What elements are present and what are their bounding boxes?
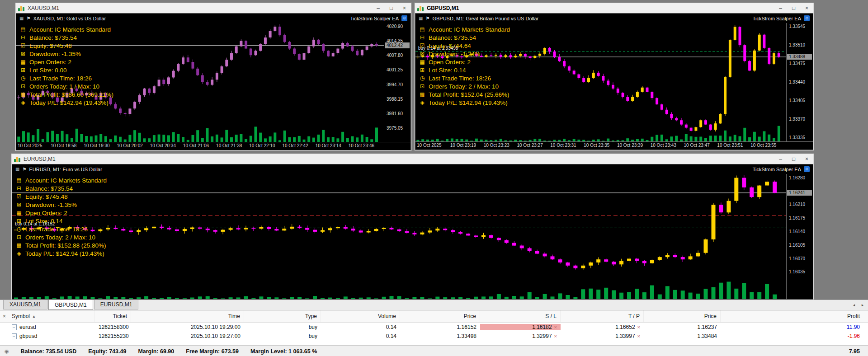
column-header-price-current[interactable]: Price (644, 310, 721, 322)
position-icon (12, 324, 17, 330)
minimize-button[interactable]: – (372, 3, 385, 13)
time-axis-label: 10 Oct 23:14 (316, 143, 341, 148)
last-trade-time-icon: ◷ (16, 226, 22, 232)
close-button[interactable]: × (800, 3, 813, 13)
price-axis-label: 1.33475 (789, 61, 805, 66)
position-row-eurusd[interactable]: eurusd 1262158300 2025.10.10 19:29:00 bu… (0, 323, 868, 332)
status-equity: Equity: 743.49 (88, 348, 126, 355)
price-axis[interactable]: 1.162801.162101.161751.161401.161051.160… (786, 174, 813, 299)
time-axis-label: 10 Oct 19:30 (84, 143, 109, 148)
ea-name-label: TickStrom Scalper EA (753, 16, 801, 21)
ea-info-panel: ▤Account: IC Markets Standard⊟Balance: $… (16, 176, 107, 258)
time-axis-label: 10 Oct 23:55 (750, 143, 776, 148)
column-header-type[interactable]: Type (244, 310, 321, 322)
column-header-sl[interactable]: S / L (480, 310, 561, 322)
chart-symbol-label: EURUSD, M1: Euro vs US Dollar (29, 167, 102, 172)
minimize-button[interactable]: – (774, 3, 787, 13)
ea-info-line: ⊠Drawdown: -1.35% (16, 201, 107, 209)
ea-info-text: Total Profit: $152.88 (25.80%) (25, 242, 106, 249)
column-header-volume[interactable]: Volume (321, 310, 400, 322)
ea-info-text: Equity: $745.48 (25, 193, 68, 200)
price-axis[interactable]: 4020.904014.354007.804001.253994.703988.… (384, 23, 410, 142)
total-profit-icon: ▩ (20, 91, 26, 98)
ea-info-line: ⊟Balance: $735.54 (419, 33, 510, 42)
chart-symbol-label: XAUUSD, M1: Gold vs US Dollar (33, 16, 106, 21)
expert-advisor-icon[interactable]: ☺ (804, 15, 810, 21)
time-axis[interactable]: 10 Oct 202510 Oct 18:5810 Oct 19:3010 Oc… (16, 142, 410, 150)
flag-icon[interactable]: ⚑ (22, 167, 26, 172)
remove-sl-button[interactable]: × (554, 333, 557, 339)
close-button[interactable]: × (398, 3, 411, 13)
price-axis-label: 3994.70 (387, 82, 403, 87)
chart-tab-gbpusd-m1[interactable]: GBPUSD,M1 (48, 300, 93, 310)
minimize-button[interactable]: – (774, 154, 787, 164)
position-current-price: 1.33484 (644, 333, 721, 339)
window-titlebar[interactable]: XAUUSD,M1 – □ × (16, 3, 411, 13)
today-pl-icon: ◈ (20, 99, 26, 106)
balance-icon: ⊟ (16, 185, 22, 192)
column-header-profit[interactable]: Profit (721, 310, 868, 322)
maximize-button[interactable]: □ (787, 3, 800, 13)
flag-icon[interactable]: ⚑ (425, 16, 429, 21)
tab-scroll-left-button[interactable]: ◂ (850, 301, 858, 309)
price-axis[interactable]: 1.335451.335101.334751.334401.334051.333… (786, 23, 813, 141)
flag-icon[interactable]: ⚑ (26, 16, 30, 21)
ea-info-line: ⊡Orders Today: 1 / Max: 10 (20, 82, 113, 90)
column-header-tp[interactable]: T / P (561, 310, 644, 322)
price-axis-label: 3988.15 (387, 97, 403, 102)
chart-tab-xauusd-m1[interactable]: XAUUSD,M1 (3, 300, 47, 309)
open-orders-icon: ▦ (419, 59, 425, 65)
close-button[interactable]: × (800, 154, 813, 164)
chart-grid-icon[interactable]: ▦ (15, 167, 19, 172)
maximize-button[interactable]: □ (385, 3, 398, 13)
chart-grid-icon[interactable]: ▦ (19, 16, 24, 21)
window-titlebar[interactable]: EURUSD,M1 – □ × (12, 154, 813, 164)
remove-sl-button[interactable]: × (554, 324, 557, 330)
ea-info-text: Open Orders: 2 (29, 59, 71, 66)
close-trade-panel-button[interactable]: × (1, 313, 6, 319)
time-axis-label: 10 Oct 23:43 (651, 143, 676, 148)
chart-frame: ▦ ⚑ XAUUSD, M1: Gold vs US Dollar TickSt… (16, 13, 411, 150)
orders-today-icon: ⊡ (20, 83, 26, 89)
trade-panel: × Symbol▲ Ticket Time Type Volume Price … (0, 310, 868, 356)
time-axis[interactable]: 10 Oct 202510 Oct 23:1910 Oct 23:2310 Oc… (415, 141, 813, 150)
time-axis-label: 10 Oct 23:39 (617, 143, 643, 148)
chart-tab-eurusd-m1[interactable]: EURUSD,M1 (94, 300, 139, 309)
time-axis-label: 10 Oct 23:23 (484, 143, 509, 148)
ea-info-line: ☑Equity: $745.48 (16, 192, 107, 201)
ea-info-line: ⊞Lot Size: 0.14 (419, 66, 510, 74)
price-axis-label: 1.16175 (789, 215, 805, 220)
trade-table-header: × Symbol▲ Ticket Time Type Volume Price … (0, 310, 868, 323)
tab-scroll-right-button[interactable]: ▸ (859, 301, 866, 309)
chart-canvas[interactable]: buy 0.14 at 1.16152 ▤Account: IC Markets… (12, 174, 786, 299)
balance-icon: ⊟ (419, 34, 425, 41)
equity-icon: ☑ (20, 42, 26, 49)
column-header-symbol[interactable]: Symbol▲ (8, 310, 95, 322)
remove-tp-button[interactable]: × (637, 333, 640, 339)
position-tp: 1.16652 (615, 324, 635, 330)
ea-info-panel: ▤Account: IC Markets Standard⊟Balance: $… (419, 25, 510, 107)
candlestick-plot (12, 174, 786, 299)
ea-info-line: ◈Today P/L: $142.94 (19.43%) (16, 249, 107, 258)
position-row-gbpusd[interactable]: gbpusd 1262155230 2025.10.10 19:27:00 bu… (0, 332, 868, 341)
window-titlebar[interactable]: GBPUSD,M1 – □ × (415, 3, 813, 13)
chart-canvas[interactable]: ▤Account: IC Markets Standard⊟Balance: $… (16, 23, 384, 142)
price-axis-label: 4020.90 (387, 24, 403, 29)
column-header-ticket[interactable]: Ticket (95, 310, 131, 322)
chart-grid-icon[interactable]: ▦ (419, 16, 423, 21)
column-header-time[interactable]: Time (131, 310, 244, 322)
ea-info-text: Last Trade Time: 18:26 (25, 226, 88, 233)
balance-icon: ⊟ (20, 34, 26, 41)
maximize-button[interactable]: □ (787, 154, 800, 164)
expert-advisor-icon[interactable]: ☺ (401, 15, 407, 21)
ea-name-label: TickStrom Scalper EA (753, 167, 801, 172)
ea-info-line: ◷Last Trade Time: 18:26 (419, 74, 510, 82)
ea-info-text: Today P/L: $142.94 (19.43%) (429, 99, 508, 106)
column-header-price-open[interactable]: Price (400, 310, 480, 322)
current-price-badge: 1.16241 (787, 190, 812, 196)
ea-info-text: Drawdown: -1.35% (29, 51, 81, 57)
status-margin-level: Margin Level: 1 063.65 % (250, 348, 317, 355)
chart-canvas[interactable]: buy 0.14 at 1.33498 ▤Account: IC Markets… (415, 23, 786, 141)
expert-advisor-icon[interactable]: ☺ (804, 166, 810, 172)
remove-tp-button[interactable]: × (637, 324, 640, 330)
